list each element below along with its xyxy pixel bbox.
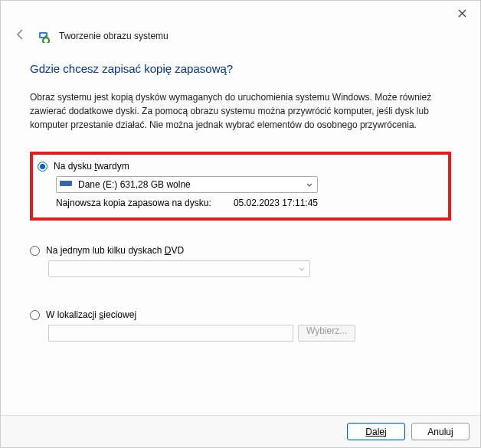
chevron-down-icon <box>299 265 305 273</box>
radio-dvd-label[interactable]: Na jednym lub kilku dyskach DVD <box>46 245 184 256</box>
option-dvd-block: Na jednym lub kilku dyskach DVD <box>30 242 451 280</box>
option-network-block: W lokalizacji sieciowej Wybierz... <box>30 306 451 345</box>
disk-icon <box>60 181 72 188</box>
last-backup-value: 05.02.2023 17:11:45 <box>234 198 318 208</box>
browse-button: Wybierz... <box>298 325 355 342</box>
footer: Dalej Anuluj <box>1 415 480 447</box>
svg-rect-1 <box>41 34 46 37</box>
radio-network-label[interactable]: W lokalizacji sieciowej <box>46 309 136 320</box>
cancel-button[interactable]: Anuluj <box>411 423 470 440</box>
app-icon <box>38 29 51 43</box>
chevron-down-icon <box>306 181 312 189</box>
back-arrow-icon[interactable] <box>11 28 30 44</box>
network-path-input <box>48 325 293 342</box>
page-heading: Gdzie chcesz zapisać kopię zapasową? <box>30 62 451 75</box>
selected-drive-text: Dane (E:) 631,28 GB wolne <box>78 179 191 190</box>
description-text: Obraz systemu jest kopią dysków wymagany… <box>30 90 451 132</box>
radio-network[interactable] <box>30 310 40 320</box>
header: Tworzenie obrazu systemu <box>1 25 480 51</box>
drive-selector[interactable]: Dane (E:) 631,28 GB wolne <box>56 176 318 193</box>
window-title: Tworzenie obrazu systemu <box>59 31 169 41</box>
dvd-drive-selector <box>48 260 310 277</box>
radio-harddisk-label[interactable]: Na dysku twardym <box>54 161 129 172</box>
close-button[interactable] <box>448 3 476 23</box>
option-harddisk-block: Na dysku twardym Dane (E:) 631,28 GB wol… <box>30 152 451 221</box>
radio-dvd[interactable] <box>30 246 40 256</box>
last-backup-label: Najnowsza kopia zapasowa na dysku: <box>56 198 211 208</box>
next-button[interactable]: Dalej <box>347 423 405 440</box>
radio-harddisk[interactable] <box>38 162 47 172</box>
